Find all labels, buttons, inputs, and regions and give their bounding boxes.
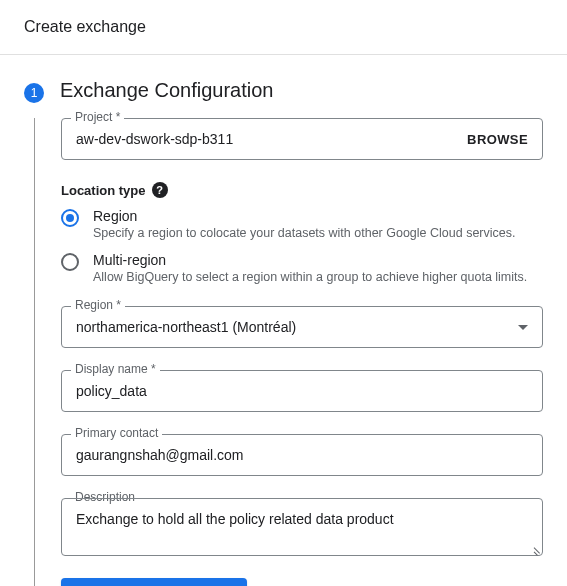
radio-multi-region[interactable]: Multi-region Allow BigQuery to select a …: [61, 252, 543, 284]
radio-title: Multi-region: [93, 252, 543, 268]
project-field[interactable]: aw-dev-dswork-sdp-b311 BROWSE: [61, 118, 543, 160]
radio-icon: [61, 253, 79, 271]
radio-title: Region: [93, 208, 543, 224]
chevron-down-icon: [518, 325, 528, 330]
display-name-input[interactable]: policy_data: [61, 370, 543, 412]
radio-region[interactable]: Region Specify a region to colocate your…: [61, 208, 543, 240]
resize-handle[interactable]: [530, 543, 540, 553]
primary-contact-input[interactable]: gaurangnshah@gmail.com: [61, 434, 543, 476]
display-name-label: Display name *: [71, 362, 160, 376]
step-title: Exchange Configuration: [60, 79, 543, 102]
region-select[interactable]: northamerica-northeast1 (Montréal): [61, 306, 543, 348]
project-label: Project *: [71, 110, 124, 124]
primary-contact-value: gaurangnshah@gmail.com: [76, 447, 528, 463]
description-textarea[interactable]: Exchange to hold all the policy related …: [61, 498, 543, 556]
region-value: northamerica-northeast1 (Montréal): [76, 319, 518, 335]
location-type-label: Location type: [61, 183, 146, 198]
radio-icon: [61, 209, 79, 227]
display-name-value: policy_data: [76, 383, 528, 399]
location-type-radio-group: Region Specify a region to colocate your…: [61, 208, 543, 284]
project-value: aw-dev-dswork-sdp-b311: [76, 131, 467, 147]
description-value: Exchange to hold all the policy related …: [76, 511, 394, 527]
radio-desc: Specify a region to colocate your datase…: [93, 226, 543, 240]
page-title: Create exchange: [24, 18, 146, 35]
create-exchange-button[interactable]: CREATE EXCHANGE: [61, 578, 247, 586]
help-icon[interactable]: ?: [152, 182, 168, 198]
step-badge: 1: [24, 83, 44, 103]
primary-contact-label: Primary contact: [71, 426, 162, 440]
browse-button[interactable]: BROWSE: [467, 132, 528, 147]
page-header: Create exchange: [0, 0, 567, 55]
region-label: Region *: [71, 298, 125, 312]
radio-desc: Allow BigQuery to select a region within…: [93, 270, 543, 284]
